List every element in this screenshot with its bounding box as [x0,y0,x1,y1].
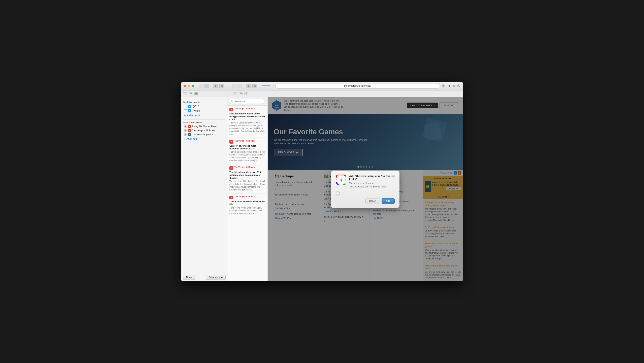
dialog-box: N S E W Add "thesweetsetup.com" to Share… [331,171,400,208]
feed-item-verge[interactable]: ✕ V The Verge – All Posts [183,128,225,132]
add-account-button[interactable]: + Add Account [183,113,225,118]
bookmarks-tab-icon-2[interactable]: 📖 [233,92,237,95]
add-feed-icon: + [184,137,186,141]
dialog-overlay: N S E W Add "thesweetsetup.com" to Share… [268,97,463,282]
feed-panel-toolbar: 🔍 [228,97,268,106]
dialog-text-block: Add "thesweetsetup.com" to Shared Links?… [349,175,395,188]
svg-text:W: W [336,179,337,180]
forward-arrow-icon: › [206,85,207,87]
sweet-favicon-icon: S [188,133,191,136]
feed-name-sweet: thesweetsetup.com [192,133,213,136]
tab-view-2-icon[interactable]: ⊡ [252,84,257,88]
progress-bar [262,85,274,86]
social-accounts-label: Social Accounts [183,101,225,103]
article-title-0: New documents reveal which encryption to… [230,112,266,121]
feed-name-relay: Relay FM Master Feed [192,125,216,128]
at-tab-icon-2[interactable]: @ [244,92,248,95]
article-excerpt-0: Thanks to Edward Snowden, we're getting … [230,121,266,136]
article-title-3: This is what The Wire looks like in HD [230,200,266,206]
add-account-label: Add Account [186,114,200,117]
account-name: @512px [192,105,202,108]
sidebar-toggle-icon[interactable]: ⊞ [213,84,218,88]
sidebar-bottom: Done Subscriptions [181,273,227,281]
bookmarks-tab-icon[interactable]: 📖 [183,92,187,95]
feed-remove-verge-icon[interactable]: ✕ [184,129,187,132]
help-icon[interactable]: ? [336,191,340,195]
article-excerpt-3: Fans of The Wire have been eagerly waiti… [230,207,266,215]
sidebar-toggle-2-icon[interactable]: ⊞ [246,84,251,88]
nav-arrows: ‹ › [199,84,209,88]
article-source-3: The Verge – All Posts [234,195,254,198]
progress-bar-fill [262,85,270,86]
dialog-body-text: This will add articles from "thesweetset… [349,182,395,188]
add-feed-button[interactable]: + Add Feed [183,137,225,141]
account-item-ismh[interactable]: t @ismh [183,109,225,113]
article-title-2: The Interview makes over $15 million onl… [230,171,266,179]
share-button[interactable]: ⬆ [448,84,451,88]
dialog-add-button[interactable]: Add [382,198,395,204]
subscriptions-button[interactable]: Subscriptions [206,275,226,280]
dialog-cancel-button[interactable]: Cancel [366,198,380,204]
search-links-input[interactable] [229,99,264,104]
feed-remove-sweet-icon[interactable]: ✕ [184,133,187,136]
article-item-2[interactable]: V The Verge – All Posts The Interview ma… [228,164,268,193]
twitter-badge-icon: t [188,105,191,108]
add-icon: + [184,114,186,117]
maximize-button[interactable] [192,85,194,87]
window-body: Social Accounts t @512px t @ismh + Add A… [181,97,463,282]
article-excerpt-1: There's no denying it: lots of people li… [230,151,266,162]
back-button-2[interactable]: ‹ [232,84,236,88]
account-checkbox-2[interactable] [184,109,187,112]
feed-name-verge: The Verge – All Posts [192,129,215,132]
done-button[interactable]: Done [183,275,196,280]
reading-list-tab-icon-2[interactable]: 👓 [239,92,242,95]
forward-button-2[interactable]: › [237,84,242,88]
reading-list-button[interactable]: ≡ [453,84,455,88]
dialog-buttons: Cancel Add [336,198,395,204]
back-button[interactable]: ‹ [199,84,204,88]
shared-links-tab-icon[interactable]: @ [194,92,198,95]
account-item-512px[interactable]: t @512px [183,104,225,109]
article-source-1: The Verge – All Posts [234,140,254,142]
subscribed-feeds-label: Subscribed Feeds [183,121,225,124]
article-favicon-3: V [230,196,233,199]
feed-remove-relay-icon[interactable]: ✕ [184,125,187,128]
feed-item-relay[interactable]: ✕ R Relay FM Master Feed [183,124,225,128]
article-source-2: The Verge – All Posts [234,166,254,168]
minimize-button[interactable] [188,85,190,87]
article-favicon-1: V [230,140,233,144]
back-arrow-icon: ‹ [201,85,201,87]
url-clear-button[interactable]: ✕ [442,84,445,87]
feed-panel: 🔍 V The Verge – All Posts New documents … [228,97,268,282]
article-source-0: The Verge – All Posts [234,108,254,110]
divider [183,119,225,120]
dialog-help-row: ? [336,191,395,195]
search-icon: 🔍 [231,100,234,103]
second-window-nav: ‹ › [232,84,242,88]
relay-favicon-icon: R [188,125,191,128]
url-input[interactable] [275,83,440,88]
forward-button[interactable]: › [204,84,209,88]
article-favicon-2: V [230,166,233,170]
twitter-badge-2-icon: t [188,109,191,112]
article-item-1[interactable]: V The Verge – All Posts Game of Thrones … [228,138,268,164]
svg-text:N: N [341,175,342,176]
traffic-lights [184,85,194,87]
article-item-3[interactable]: V The Verge – All Posts This is what The… [228,193,268,217]
feed-item-sweet[interactable]: ✕ S thesweetsetup.com [183,132,225,137]
info-button[interactable]: ⓘ [457,84,460,88]
tab-view-icon[interactable]: ⊡ [219,84,224,88]
close-button[interactable] [184,85,186,87]
title-bar: ‹ › ⊞ ⊡ ‹ › ⊞ ⊡ ✕ ⬆ ≡ [181,82,463,90]
account-checkbox[interactable] [184,105,187,108]
article-item-0[interactable]: V The Verge – All Posts New documents re… [228,106,268,138]
window-icons: ⊞ ⊡ [213,84,224,88]
left-sidebar: Social Accounts t @512px t @ismh + Add A… [181,97,228,282]
sidebar-content: Social Accounts t @512px t @ismh + Add A… [181,97,227,273]
toolbar-actions: ⬆ ≡ ⓘ [448,84,460,88]
article-favicon-0: V [230,108,233,111]
search-wrap: 🔍 [229,99,266,104]
account-name-2: @ismh [192,109,200,112]
feed-list: V The Verge – All Posts New documents re… [228,106,268,282]
reading-list-tab-icon[interactable]: 👓 [189,92,192,95]
